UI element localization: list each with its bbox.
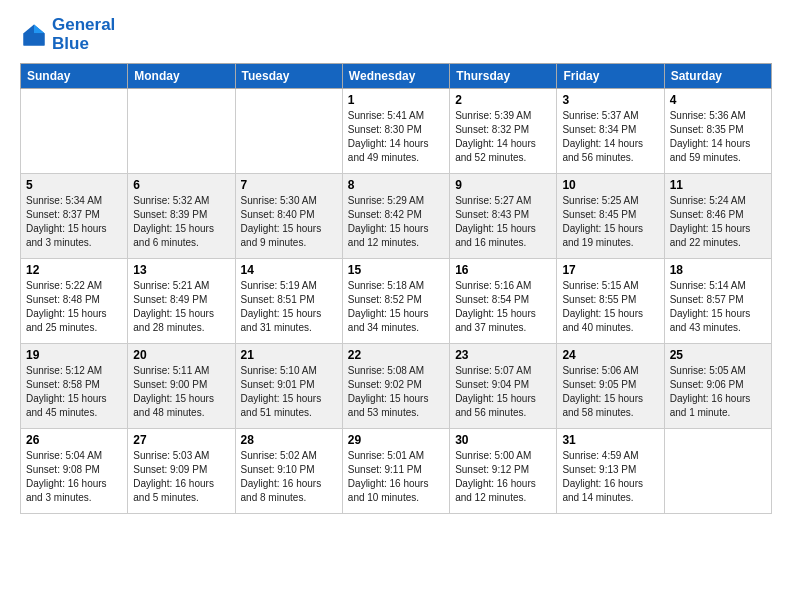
day-info: Sunrise: 5:01 AM Sunset: 9:11 PM Dayligh… [348,449,444,505]
calendar-cell: 6Sunrise: 5:32 AM Sunset: 8:39 PM Daylig… [128,174,235,259]
calendar-cell: 1Sunrise: 5:41 AM Sunset: 8:30 PM Daylig… [342,89,449,174]
day-number: 3 [562,93,658,107]
day-number: 8 [348,178,444,192]
day-number: 29 [348,433,444,447]
day-number: 20 [133,348,229,362]
day-info: Sunrise: 5:25 AM Sunset: 8:45 PM Dayligh… [562,194,658,250]
day-number: 7 [241,178,337,192]
calendar-cell: 11Sunrise: 5:24 AM Sunset: 8:46 PM Dayli… [664,174,771,259]
day-number: 31 [562,433,658,447]
day-number: 30 [455,433,551,447]
day-info: Sunrise: 5:39 AM Sunset: 8:32 PM Dayligh… [455,109,551,165]
day-number: 13 [133,263,229,277]
day-number: 28 [241,433,337,447]
weekday-header-saturday: Saturday [664,64,771,89]
day-number: 9 [455,178,551,192]
weekday-header-row: SundayMondayTuesdayWednesdayThursdayFrid… [21,64,772,89]
weekday-header-tuesday: Tuesday [235,64,342,89]
calendar-cell: 24Sunrise: 5:06 AM Sunset: 9:05 PM Dayli… [557,344,664,429]
day-info: Sunrise: 5:24 AM Sunset: 8:46 PM Dayligh… [670,194,766,250]
calendar-cell: 13Sunrise: 5:21 AM Sunset: 8:49 PM Dayli… [128,259,235,344]
day-number: 14 [241,263,337,277]
calendar-cell: 15Sunrise: 5:18 AM Sunset: 8:52 PM Dayli… [342,259,449,344]
day-info: Sunrise: 5:04 AM Sunset: 9:08 PM Dayligh… [26,449,122,505]
day-number: 24 [562,348,658,362]
day-number: 17 [562,263,658,277]
calendar-cell: 30Sunrise: 5:00 AM Sunset: 9:12 PM Dayli… [450,429,557,514]
day-info: Sunrise: 5:12 AM Sunset: 8:58 PM Dayligh… [26,364,122,420]
day-info: Sunrise: 5:22 AM Sunset: 8:48 PM Dayligh… [26,279,122,335]
day-info: Sunrise: 5:14 AM Sunset: 8:57 PM Dayligh… [670,279,766,335]
calendar-cell: 29Sunrise: 5:01 AM Sunset: 9:11 PM Dayli… [342,429,449,514]
weekday-header-sunday: Sunday [21,64,128,89]
day-number: 2 [455,93,551,107]
week-row-2: 5Sunrise: 5:34 AM Sunset: 8:37 PM Daylig… [21,174,772,259]
calendar-cell: 31Sunrise: 4:59 AM Sunset: 9:13 PM Dayli… [557,429,664,514]
day-info: Sunrise: 5:29 AM Sunset: 8:42 PM Dayligh… [348,194,444,250]
day-info: Sunrise: 5:18 AM Sunset: 8:52 PM Dayligh… [348,279,444,335]
day-number: 25 [670,348,766,362]
calendar-cell: 3Sunrise: 5:37 AM Sunset: 8:34 PM Daylig… [557,89,664,174]
day-info: Sunrise: 5:10 AM Sunset: 9:01 PM Dayligh… [241,364,337,420]
day-info: Sunrise: 5:19 AM Sunset: 8:51 PM Dayligh… [241,279,337,335]
day-number: 16 [455,263,551,277]
weekday-header-monday: Monday [128,64,235,89]
calendar-cell: 26Sunrise: 5:04 AM Sunset: 9:08 PM Dayli… [21,429,128,514]
day-info: Sunrise: 5:37 AM Sunset: 8:34 PM Dayligh… [562,109,658,165]
weekday-header-wednesday: Wednesday [342,64,449,89]
weekday-header-friday: Friday [557,64,664,89]
calendar-cell: 4Sunrise: 5:36 AM Sunset: 8:35 PM Daylig… [664,89,771,174]
calendar-cell: 8Sunrise: 5:29 AM Sunset: 8:42 PM Daylig… [342,174,449,259]
day-info: Sunrise: 5:03 AM Sunset: 9:09 PM Dayligh… [133,449,229,505]
calendar-cell: 28Sunrise: 5:02 AM Sunset: 9:10 PM Dayli… [235,429,342,514]
calendar-cell: 20Sunrise: 5:11 AM Sunset: 9:00 PM Dayli… [128,344,235,429]
day-info: Sunrise: 5:11 AM Sunset: 9:00 PM Dayligh… [133,364,229,420]
calendar-cell: 14Sunrise: 5:19 AM Sunset: 8:51 PM Dayli… [235,259,342,344]
week-row-4: 19Sunrise: 5:12 AM Sunset: 8:58 PM Dayli… [21,344,772,429]
calendar-table: SundayMondayTuesdayWednesdayThursdayFrid… [20,63,772,514]
day-number: 4 [670,93,766,107]
calendar-cell: 16Sunrise: 5:16 AM Sunset: 8:54 PM Dayli… [450,259,557,344]
day-info: Sunrise: 5:08 AM Sunset: 9:02 PM Dayligh… [348,364,444,420]
week-row-1: 1Sunrise: 5:41 AM Sunset: 8:30 PM Daylig… [21,89,772,174]
day-info: Sunrise: 5:27 AM Sunset: 8:43 PM Dayligh… [455,194,551,250]
day-info: Sunrise: 5:06 AM Sunset: 9:05 PM Dayligh… [562,364,658,420]
day-number: 10 [562,178,658,192]
day-number: 21 [241,348,337,362]
calendar-cell [664,429,771,514]
day-info: Sunrise: 5:15 AM Sunset: 8:55 PM Dayligh… [562,279,658,335]
day-number: 23 [455,348,551,362]
day-number: 18 [670,263,766,277]
day-number: 22 [348,348,444,362]
calendar-cell: 27Sunrise: 5:03 AM Sunset: 9:09 PM Dayli… [128,429,235,514]
day-info: Sunrise: 5:21 AM Sunset: 8:49 PM Dayligh… [133,279,229,335]
calendar-cell: 21Sunrise: 5:10 AM Sunset: 9:01 PM Dayli… [235,344,342,429]
day-info: Sunrise: 5:30 AM Sunset: 8:40 PM Dayligh… [241,194,337,250]
logo-text: General Blue [52,16,115,53]
day-number: 27 [133,433,229,447]
calendar-cell: 10Sunrise: 5:25 AM Sunset: 8:45 PM Dayli… [557,174,664,259]
calendar-cell: 5Sunrise: 5:34 AM Sunset: 8:37 PM Daylig… [21,174,128,259]
calendar-cell: 9Sunrise: 5:27 AM Sunset: 8:43 PM Daylig… [450,174,557,259]
svg-marker-1 [34,24,45,33]
calendar-cell: 7Sunrise: 5:30 AM Sunset: 8:40 PM Daylig… [235,174,342,259]
day-info: Sunrise: 5:05 AM Sunset: 9:06 PM Dayligh… [670,364,766,420]
logo: General Blue [20,16,115,53]
calendar-cell [21,89,128,174]
page: General Blue SundayMondayTuesdayWednesda… [0,0,792,534]
day-number: 19 [26,348,122,362]
calendar-cell: 19Sunrise: 5:12 AM Sunset: 8:58 PM Dayli… [21,344,128,429]
day-number: 6 [133,178,229,192]
day-number: 11 [670,178,766,192]
calendar-cell: 23Sunrise: 5:07 AM Sunset: 9:04 PM Dayli… [450,344,557,429]
week-row-5: 26Sunrise: 5:04 AM Sunset: 9:08 PM Dayli… [21,429,772,514]
day-info: Sunrise: 5:32 AM Sunset: 8:39 PM Dayligh… [133,194,229,250]
day-number: 15 [348,263,444,277]
weekday-header-thursday: Thursday [450,64,557,89]
day-info: Sunrise: 5:16 AM Sunset: 8:54 PM Dayligh… [455,279,551,335]
day-info: Sunrise: 5:07 AM Sunset: 9:04 PM Dayligh… [455,364,551,420]
logo-icon [20,21,48,49]
week-row-3: 12Sunrise: 5:22 AM Sunset: 8:48 PM Dayli… [21,259,772,344]
day-info: Sunrise: 4:59 AM Sunset: 9:13 PM Dayligh… [562,449,658,505]
day-number: 12 [26,263,122,277]
